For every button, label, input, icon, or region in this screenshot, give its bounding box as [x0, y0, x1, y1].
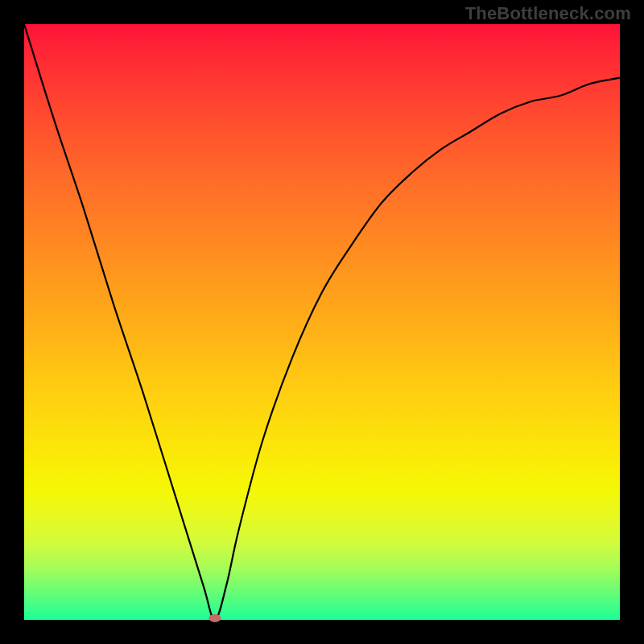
bottleneck-curve	[24, 24, 620, 620]
plot-area	[24, 24, 620, 620]
chart-frame: TheBottleneck.com	[0, 0, 644, 644]
watermark-text: TheBottleneck.com	[465, 3, 631, 24]
curve-svg	[24, 24, 620, 620]
vertex-dot	[208, 614, 221, 622]
